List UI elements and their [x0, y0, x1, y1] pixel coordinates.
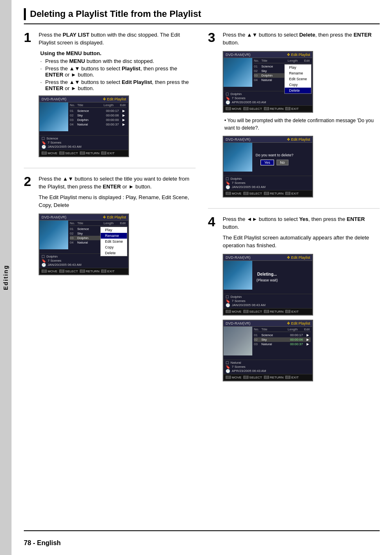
- ctrl-select: ⬛ SELECT: [243, 310, 262, 313]
- step-4-text2: The Edit Playlist screen automatically a…: [223, 234, 380, 250]
- right-column: 3 Press the ▲▼ buttons to select Delete,…: [208, 31, 380, 530]
- dvd-control-bar-3: ⬛ MOVE ⬛ SELECT ⬛ RETURN ⬛ EXIT: [224, 105, 312, 112]
- dvd-control-bar-final: ⬛ MOVE ⬛ SELECT ⬛ RETURN ⬛ EXIT: [224, 374, 312, 381]
- dvd-thumbnail-final: [224, 327, 252, 355]
- ctrl-move: ⬛ MOVE: [226, 107, 242, 111]
- menu-item-rename: Rename: [101, 233, 127, 239]
- ctrl-exit: ⬛ EXIT: [101, 151, 115, 155]
- dvd-screen-confirm-header: DVD-RAM(VR) Edit Playlist: [224, 137, 312, 143]
- menu-item-3: Press the ▲▼ buttons to select Edit Play…: [40, 79, 196, 91]
- dvd-screen-3-header: DVD-RAM(VR) Edit Playlist: [224, 52, 312, 58]
- playlist-row: 04Natural00:00:37▶: [70, 122, 127, 127]
- playlist-row-selected: 02Sky00:00:06▶: [254, 337, 311, 342]
- menu-item-1: Press the MENU button with the disc stop…: [40, 58, 196, 64]
- left-column: 1 Press the PLAY LIST button with the di…: [24, 31, 196, 530]
- ctrl-exit: ⬛ EXIT: [285, 192, 299, 195]
- step-4-number: 4: [208, 215, 219, 385]
- ctrl-select: ⬛ SELECT: [243, 376, 262, 379]
- dvd-screen-2-body: No. Title Length Edit 01Science00:00:17▶: [39, 221, 128, 253]
- step-2-text: Press the ▲▼ buttons to select the title…: [39, 175, 196, 191]
- step-1: 1 Press the PLAY LIST button with the di…: [24, 31, 196, 161]
- step-2-number: 2: [24, 175, 35, 279]
- step-2: 2 Press the ▲▼ buttons to select the tit…: [24, 175, 196, 279]
- step-3-text: Press the ▲▼ buttons to select Delete, t…: [223, 31, 380, 47]
- step-1-text: Press the PLAY LIST button with the disc…: [39, 31, 196, 47]
- menu-item-2: Press the ▲▼ buttons to select Playlist,…: [40, 65, 196, 78]
- ctrl-return: ⬛ RETURN: [264, 192, 284, 195]
- no-button[interactable]: No: [277, 160, 289, 165]
- ctrl-return: ⬛ RETURN: [264, 107, 284, 111]
- dvd-playlist-final: No. Title Length Edit 01Science00:00:17▶: [252, 327, 312, 360]
- ctrl-move: ⬛ MOVE: [42, 269, 58, 273]
- edit-playlist-label-2: Edit Playlist: [103, 215, 126, 219]
- dvd-thumbnail-1: [39, 102, 68, 131]
- dvd-control-bar-confirm: ⬛ MOVE ⬛ SELECT ⬛ RETURN ⬛ EXIT: [224, 190, 312, 197]
- menu-item-delete: Delete: [101, 250, 127, 256]
- playlist-row: 01Science00:00:17▶: [70, 109, 127, 113]
- dvd-info-bar-confirm: ☐ Dolphin 🔖 7 Scenes 🕐 JAN/20/2005 06:43…: [224, 176, 312, 190]
- step-1-divider: [24, 168, 196, 168]
- ctrl-return: ⬛ RETURN: [264, 376, 284, 379]
- menu-item-play: Play: [285, 65, 311, 70]
- dvd-screen-1: DVD-RAM(VR) Edit Playlist No. Title Leng…: [39, 95, 129, 157]
- ctrl-move: ⬛ MOVE: [226, 310, 242, 313]
- two-col-layout: 1 Press the PLAY LIST button with the di…: [24, 31, 380, 530]
- dvd-thumbnail-deleting: [224, 261, 252, 290]
- dvd-screen-deleting-body: Deleting... (Please wait): [224, 261, 312, 294]
- title-divider: [24, 23, 380, 24]
- ctrl-select: ⬛ SELECT: [59, 151, 78, 155]
- side-tab: Editing: [0, 0, 12, 555]
- ctrl-exit: ⬛ EXIT: [285, 310, 299, 313]
- dvd-screen-confirm-body: Do you want to delete? Yes No: [224, 143, 312, 176]
- main-content: Deleting a Playlist Title from the Playl…: [12, 0, 392, 555]
- edit-playlist-label: Edit Playlist: [103, 97, 126, 101]
- dvd-deleting-area: Deleting... (Please wait): [252, 261, 282, 294]
- ctrl-return: ⬛ RETURN: [264, 310, 284, 313]
- dvd-screen-2: DVD-RAM(VR) Edit Playlist No. Title Leng…: [39, 214, 129, 275]
- dvd-control-bar-1: ⬛ MOVE ⬛ SELECT ⬛ RETURN ⬛ EXIT: [39, 150, 128, 156]
- step-1-content: Press the PLAY LIST button with the disc…: [39, 31, 196, 161]
- menu-item-play: Play: [101, 227, 127, 233]
- dvd-playlist-1: No. Title Length Edit 01Science00:00:17▶: [68, 102, 128, 135]
- menu-items: Press the MENU button with the disc stop…: [40, 58, 196, 91]
- dvd-screen-final: DVD-RAM(VR) Edit Playlist No. Title Leng…: [223, 320, 313, 381]
- dvd-label-2: DVD-RAM(VR): [42, 215, 67, 219]
- menu-item-copy: Copy: [285, 82, 311, 88]
- dvd-confirm-area: Do you want to delete? Yes No: [252, 143, 297, 176]
- dvd-screen-confirm: DVD-RAM(VR) Edit Playlist Do you want to…: [223, 136, 313, 197]
- dvd-info-bar-1: ☐ Science 🔖 7 Scenes 🕐 JAN/20/2005 06:43…: [39, 135, 128, 150]
- ctrl-move: ⬛ MOVE: [226, 376, 242, 379]
- step-3-content: Press the ▲▼ buttons to select Delete, t…: [223, 31, 380, 202]
- step-4-content: Press the ◄► buttons to select Yes, then…: [223, 215, 380, 385]
- yes-button[interactable]: Yes: [261, 160, 274, 165]
- playlist-header-2: No. Title Length Edit: [70, 221, 127, 226]
- ctrl-exit: ⬛ EXIT: [101, 269, 115, 273]
- dvd-screen-3: DVD-RAM(VR) Edit Playlist No. Title Leng…: [223, 51, 313, 113]
- deleting-text: Deleting...: [257, 272, 277, 276]
- step-3-note: • You will be prompted with the delete c…: [223, 117, 380, 132]
- dvd-screen-final-header: DVD-RAM(VR) Edit Playlist: [224, 320, 312, 327]
- ctrl-select: ⬛ SELECT: [59, 269, 78, 273]
- ctrl-exit: ⬛ EXIT: [285, 107, 299, 111]
- menu-item-delete: Delete: [285, 88, 311, 93]
- ctrl-select: ⬛ SELECT: [243, 192, 262, 195]
- side-tab-label: Editing: [2, 265, 9, 290]
- dvd-info-bar-deleting: ☐ Dolphin 🔖 7 Scenes 🕐 JAN/20/2005 06:43…: [224, 294, 312, 308]
- playlist-row: 02Sky00:00:06▶: [70, 113, 127, 118]
- ctrl-return: ⬛ RETURN: [80, 151, 99, 155]
- step-4-text: Press the ◄► buttons to select Yes, then…: [223, 215, 380, 231]
- dvd-screen-deleting-header: DVD-RAM(VR) Edit Playlist: [224, 255, 312, 261]
- playlist-row: 01Science00:00:17▶: [254, 333, 311, 337]
- ctrl-return: ⬛ RETURN: [80, 269, 99, 273]
- dvd-screen-2-header: DVD-RAM(VR) Edit Playlist: [39, 214, 128, 221]
- playlist-row: 03Dolphin00:00:00▶: [70, 118, 127, 122]
- step-2-text2: The Edit Playlist menu is displayed : Pl…: [39, 193, 196, 209]
- page-number: 78 - English: [24, 539, 61, 546]
- dvd-label: DVD-RAM(VR): [42, 97, 67, 101]
- step-2-content: Press the ▲▼ buttons to select the title…: [39, 175, 196, 279]
- step-4: 4 Press the ◄► buttons to select Yes, th…: [208, 215, 380, 385]
- dvd-thumbnail-confirm: [224, 143, 252, 172]
- step-1-number: 1: [24, 31, 35, 161]
- menu-section: Using the MENU button. Press the MENU bu…: [39, 50, 196, 91]
- menu-item-rename: Rename: [285, 70, 311, 76]
